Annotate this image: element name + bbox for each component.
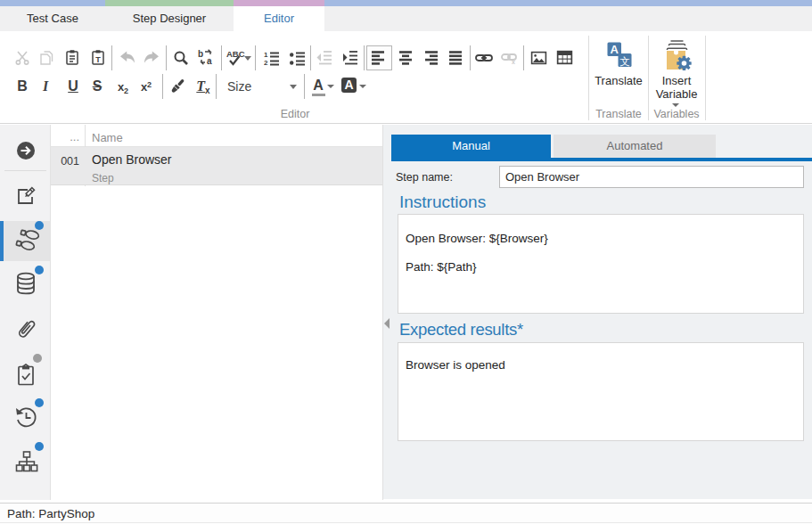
svg-text:x: x: [512, 59, 515, 64]
svg-text:b: b: [198, 49, 203, 59]
svg-text:1: 1: [264, 51, 268, 59]
svg-text:A: A: [611, 43, 619, 56]
svg-text:文: 文: [619, 56, 630, 67]
svg-text:2: 2: [264, 59, 268, 66]
svg-text:T: T: [95, 55, 101, 64]
svg-text:ABC: ABC: [226, 49, 245, 59]
svg-text:a: a: [207, 56, 212, 66]
